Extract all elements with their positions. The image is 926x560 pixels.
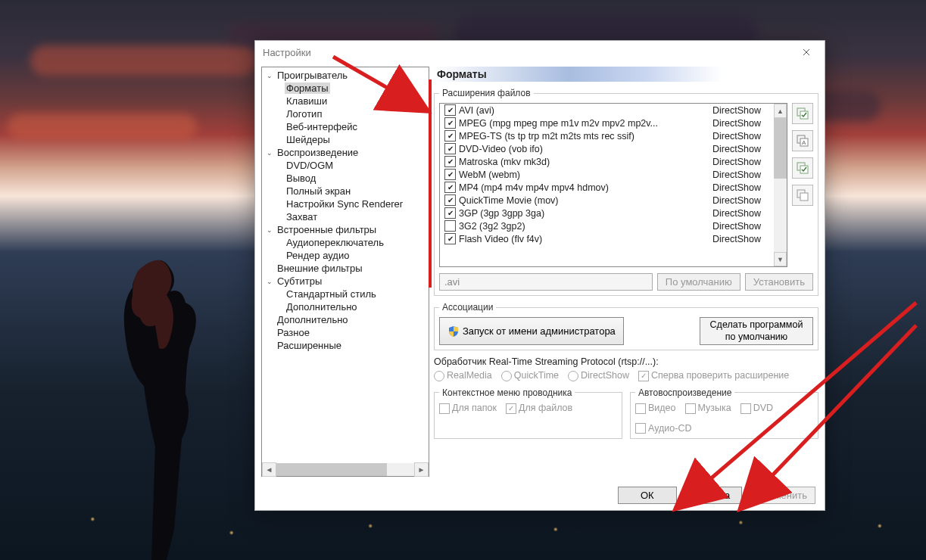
tree-item[interactable]: Дополнительно — [262, 300, 429, 313]
tree-item[interactable]: Аудиопереключатель — [262, 236, 429, 249]
tree-item[interactable]: Клавиши — [262, 95, 429, 107]
tree-item[interactable]: Настройки Sync Renderer — [262, 198, 429, 210]
format-handler: DirectShow — [712, 182, 769, 193]
format-row[interactable]: ✔3GP (3gp 3gpp 3ga)DirectShow — [440, 207, 774, 219]
rtsp-checkext-checkbox: ✓Сперва проверить расширение — [638, 370, 789, 381]
format-checkbox[interactable]: ✔ — [444, 104, 456, 116]
select-all-button[interactable] — [792, 157, 813, 179]
context-menu-group: Контекстное меню проводника Для папок ✓Д… — [434, 387, 622, 439]
format-handler: DirectShow — [712, 234, 769, 244]
set-ext-button[interactable]: Установить — [745, 273, 813, 291]
select-all-video-button[interactable] — [792, 103, 813, 124]
rtsp-realmedia-radio: RealMedia — [434, 370, 492, 381]
format-handler: DirectShow — [712, 157, 769, 167]
format-name: DVD-Video (vob ifo) — [459, 144, 709, 154]
titlebar: Настройки — [255, 41, 825, 64]
associations-legend: Ассоциации — [439, 302, 496, 313]
formats-list[interactable]: ✔AVI (avi)DirectShow✔MPEG (mpg mpeg mpe … — [439, 103, 787, 267]
autoplay-video-checkbox: Видео — [635, 403, 676, 414]
format-checkbox[interactable]: ✔ — [444, 156, 456, 167]
tree-item[interactable]: Расширенные — [262, 339, 429, 352]
tree-item[interactable]: ⌄Проигрыватель — [262, 69, 429, 82]
extensions-group: Расширения файлов ✔AVI (avi)DirectShow✔M… — [434, 88, 818, 296]
format-handler: DirectShow — [712, 131, 769, 142]
window-title: Настройки — [263, 47, 791, 58]
svg-rect-8 — [800, 193, 808, 201]
make-default-button[interactable]: Сделать программой по умолчанию — [700, 317, 813, 345]
rtsp-section: Обработчик Real-Time Streaming Protocol … — [434, 356, 818, 381]
formats-panel: Форматы Расширения файлов ✔AVI (avi)Dire… — [434, 67, 818, 477]
extension-input[interactable] — [439, 273, 653, 291]
format-checkbox[interactable]: ✔ — [444, 207, 456, 219]
format-row[interactable]: ✔QuickTime Movie (mov)DirectShow — [440, 194, 774, 207]
formats-scrollbar[interactable]: ▲▼ — [774, 104, 787, 266]
format-handler: DirectShow — [712, 144, 769, 154]
autoplay-music-checkbox: Музыка — [685, 403, 731, 414]
format-handler: DirectShow — [712, 208, 769, 219]
tree-item[interactable]: Форматы — [262, 82, 429, 95]
format-row[interactable]: ✔MPEG-TS (ts tp trp m2t m2ts mts rec ssi… — [440, 129, 774, 142]
format-row[interactable]: ✔Flash Video (flv f4v)DirectShow — [440, 232, 774, 245]
panel-title: Форматы — [434, 67, 818, 82]
rtsp-quicktime-radio: QuickTime — [501, 370, 559, 381]
tree-item[interactable]: ⌄Воспроизведение — [262, 146, 429, 159]
ctx-files-checkbox: ✓Для файлов — [506, 403, 572, 414]
tree-item[interactable]: Веб-интерфейс — [262, 120, 429, 133]
format-row[interactable]: ✔MPEG (mpg mpeg mpe m1v m2v mpv2 mp2v...… — [440, 117, 774, 129]
format-row[interactable]: 3G2 (3g2 3gp2)DirectShow — [440, 219, 774, 232]
format-checkbox[interactable] — [444, 220, 456, 232]
select-none-button[interactable] — [792, 185, 813, 206]
svg-text:A: A — [802, 139, 806, 146]
format-row[interactable]: ✔MP4 (mp4 m4v mp4v mpv4 hdmov)DirectShow — [440, 181, 774, 194]
ok-button[interactable]: ОК — [618, 487, 677, 504]
format-name: QuickTime Movie (mov) — [459, 195, 709, 206]
format-name: WebM (webm) — [459, 170, 709, 180]
tree-item[interactable]: Захват — [262, 210, 429, 223]
ctx-folders-checkbox: Для папок — [439, 403, 497, 414]
close-button[interactable] — [791, 41, 822, 64]
format-checkbox[interactable]: ✔ — [444, 233, 456, 244]
format-row[interactable]: ✔WebM (webm)DirectShow — [440, 168, 774, 181]
autoplay-dvd-checkbox: DVD — [740, 403, 773, 414]
format-handler: DirectShow — [712, 221, 769, 232]
tree-hscrollbar[interactable]: ◄► — [262, 463, 429, 476]
format-checkbox[interactable]: ✔ — [444, 117, 456, 129]
context-menu-legend: Контекстное меню проводника — [439, 387, 575, 398]
format-row[interactable]: ✔DVD-Video (vob ifo)DirectShow — [440, 142, 774, 155]
tree-item[interactable]: Полный экран — [262, 185, 429, 198]
run-as-admin-label: Запуск от имени администратора — [463, 325, 616, 337]
dialog-button-row: ОК Отмена Применить — [255, 480, 825, 510]
tree-item[interactable]: Логотип — [262, 107, 429, 120]
run-as-admin-button[interactable]: Запуск от имени администратора — [439, 317, 624, 345]
format-handler: DirectShow — [712, 118, 769, 129]
tree-item[interactable]: Стандартный стиль — [262, 288, 429, 300]
tree-item[interactable]: Разное — [262, 326, 429, 339]
tree-item[interactable]: Внешние фильтры — [262, 262, 429, 275]
tree-item[interactable]: Дополнительно — [262, 313, 429, 326]
format-handler: DirectShow — [712, 170, 769, 180]
format-checkbox[interactable]: ✔ — [444, 130, 456, 142]
tree-item[interactable]: ⌄Встроенные фильтры — [262, 223, 429, 236]
format-handler: DirectShow — [712, 105, 769, 116]
format-name: 3GP (3gp 3gpp 3ga) — [459, 208, 709, 219]
shield-icon — [447, 325, 460, 338]
format-checkbox[interactable]: ✔ — [444, 143, 456, 154]
rtsp-label: Обработчик Real-Time Streaming Protocol … — [434, 356, 818, 367]
tree-item[interactable]: Рендер аудио — [262, 249, 429, 262]
apply-button[interactable]: Применить — [748, 487, 815, 504]
format-checkbox[interactable]: ✔ — [444, 194, 456, 206]
extensions-legend: Расширения файлов — [439, 88, 534, 98]
tree-item[interactable]: Вывод — [262, 172, 429, 185]
format-row[interactable]: ✔Matroska (mkv mk3d)DirectShow — [440, 155, 774, 168]
tree-item[interactable]: Шейдеры — [262, 133, 429, 146]
format-name: Flash Video (flv f4v) — [459, 234, 709, 244]
format-checkbox[interactable]: ✔ — [444, 182, 456, 193]
select-all-audio-button[interactable]: A — [792, 130, 813, 151]
tree-item[interactable]: DVD/OGM — [262, 159, 429, 172]
tree-item[interactable]: ⌄Субтитры — [262, 275, 429, 288]
format-checkbox[interactable]: ✔ — [444, 169, 456, 180]
format-name: AVI (avi) — [459, 105, 709, 116]
default-ext-button[interactable]: По умолчанию — [657, 273, 740, 291]
cancel-button[interactable]: Отмена — [683, 487, 742, 504]
format-row[interactable]: ✔AVI (avi)DirectShow — [440, 104, 774, 117]
